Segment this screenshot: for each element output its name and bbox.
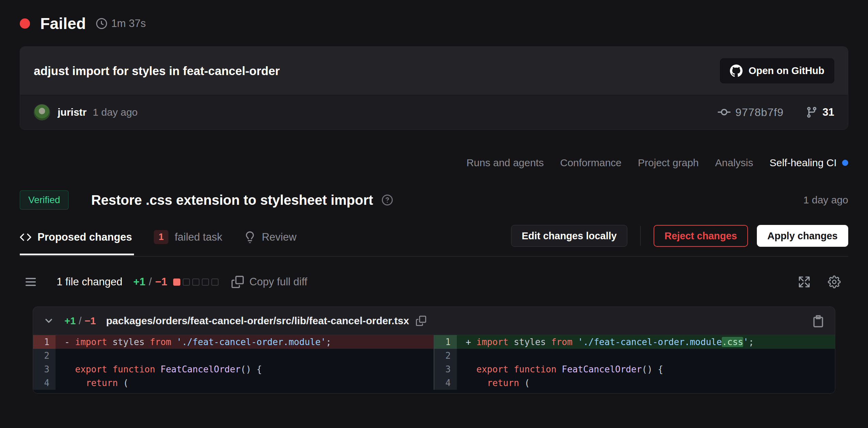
code-token: './feat-cancel-order.module' (177, 337, 326, 347)
additions-count: +1 (133, 276, 145, 288)
code-line: 1+ import styles from './feat-cancel-ord… (434, 335, 835, 349)
code-token: import (75, 337, 107, 347)
file-path: packages/orders/feat-cancel-order/src/li… (106, 315, 409, 327)
nav-item-self-healing-ci[interactable]: Self-healing CI (769, 157, 848, 169)
diff-block-empty (192, 279, 199, 286)
github-icon (730, 65, 743, 77)
file-list-menu-icon[interactable] (24, 275, 38, 289)
clock-icon (96, 18, 107, 29)
code-token: return (86, 378, 118, 388)
code-token (155, 364, 161, 374)
code-line: 4 return ( (434, 376, 835, 390)
code-token: from (150, 337, 171, 347)
code-token: function (113, 364, 155, 374)
code-token (556, 364, 562, 374)
code-line: 3 export function FeatCancelOrder() { (434, 362, 835, 376)
code-token (466, 378, 487, 388)
deletions-count: −1 (155, 276, 167, 288)
expand-fullscreen-icon[interactable] (798, 275, 811, 288)
code-line: 1- import styles from './feat-cancel-ord… (33, 335, 434, 349)
lightbulb-icon (244, 231, 256, 243)
code-token: FeatCancelOrder (161, 364, 241, 374)
edit-changes-locally-button[interactable]: Edit changes locally (511, 225, 627, 247)
commit-hash[interactable]: 9778b7f9 (735, 106, 783, 119)
code-token (508, 364, 514, 374)
diff-file-header: +1 / −1 packages/orders/feat-cancel-orde… (33, 307, 835, 335)
nav-item-project-graph[interactable]: Project graph (638, 157, 699, 169)
diff-block-empty (202, 279, 209, 286)
fix-header: Verified Restore .css extension to style… (20, 190, 848, 210)
line-number: 4 (33, 376, 56, 390)
code-text: export function FeatCancelOrder() { (56, 362, 434, 376)
file-additions: +1 (64, 315, 76, 327)
copy-icon (231, 276, 244, 288)
nav-item-label: Analysis (715, 157, 753, 169)
run-duration: 1m 37s (111, 17, 146, 30)
tab-proposed-changes[interactable]: Proposed changes (20, 222, 134, 255)
code-text: return ( (56, 376, 434, 390)
code-token (171, 337, 177, 347)
reject-changes-button[interactable]: Reject changes (654, 225, 748, 247)
line-number: 3 (434, 362, 457, 376)
stats-slash: / (149, 276, 152, 288)
code-token: ; (326, 337, 331, 347)
code-token (64, 378, 86, 388)
commit-message: adjust import for styles in feat-cancel-… (34, 64, 280, 78)
tab-review[interactable]: Review (244, 222, 299, 255)
code-text: export function FeatCancelOrder() { (457, 362, 835, 376)
apply-changes-button[interactable]: Apply changes (757, 225, 848, 247)
active-nav-dot-icon (842, 160, 848, 166)
copy-full-diff-label: Copy full diff (249, 276, 307, 288)
code-token: ( (519, 378, 530, 388)
code-token: './feat-cancel-order.module (578, 337, 722, 347)
settings-gear-icon[interactable] (828, 275, 841, 288)
code-token: - (64, 337, 75, 347)
code-token: return (487, 378, 519, 388)
tab-review-label: Review (262, 231, 297, 243)
open-on-github-label: Open on GitHub (749, 65, 824, 76)
failed-status-icon (20, 18, 30, 29)
diff-block-deletion (173, 279, 180, 286)
line-number: 2 (33, 349, 56, 362)
nav-item-label: Conformance (560, 157, 622, 169)
nav-item-runs-and-agents[interactable]: Runs and agents (466, 157, 544, 169)
code-token: styles (508, 337, 551, 347)
code-icon (20, 231, 31, 243)
code-text (457, 349, 835, 362)
commit-time: 1 day ago (93, 106, 138, 118)
git-commit-icon (718, 106, 731, 119)
open-on-github-button[interactable]: Open on GitHub (720, 58, 834, 83)
code-token: from (551, 337, 572, 347)
code-token: + (466, 337, 476, 347)
diff-block-empty (211, 279, 219, 286)
code-token: ' (743, 337, 749, 347)
branch-count[interactable]: 31 (823, 106, 834, 118)
copy-file-diff-icon[interactable] (812, 314, 825, 327)
line-number: 1 (434, 335, 457, 349)
file-stats-slash: / (79, 315, 81, 327)
code-line: 2 (33, 349, 434, 362)
tab-failed-task[interactable]: 1 failed task (154, 221, 224, 256)
fix-time: 1 day ago (803, 194, 848, 206)
code-token (64, 364, 75, 374)
code-token: () { (241, 364, 262, 374)
code-text: return ( (457, 376, 835, 390)
copy-full-diff-button[interactable]: Copy full diff (231, 276, 307, 288)
nav-item-conformance[interactable]: Conformance (560, 157, 622, 169)
files-changed-label: 1 file changed (57, 276, 122, 288)
git-branch-icon (806, 106, 818, 118)
diff-toolbar: 1 file changed +1 / −1 Copy full diff (20, 275, 848, 289)
diff-code-area: 1- import styles from './feat-cancel-ord… (33, 335, 835, 393)
nav-item-analysis[interactable]: Analysis (715, 157, 753, 169)
fix-title: Restore .css extension to stylesheet imp… (91, 192, 373, 208)
line-number: 3 (33, 362, 56, 376)
tabs-row: Proposed changes 1 failed task Review Ed… (20, 221, 848, 257)
copy-path-icon[interactable] (416, 316, 426, 326)
line-number: 4 (434, 376, 457, 390)
commit-card: adjust import for styles in feat-cancel-… (20, 46, 848, 130)
diff-block-empty (183, 279, 190, 286)
code-token: export (476, 364, 508, 374)
help-icon[interactable] (382, 195, 393, 205)
nav-item-label: Runs and agents (466, 157, 544, 169)
chevron-down-icon[interactable] (43, 315, 54, 326)
